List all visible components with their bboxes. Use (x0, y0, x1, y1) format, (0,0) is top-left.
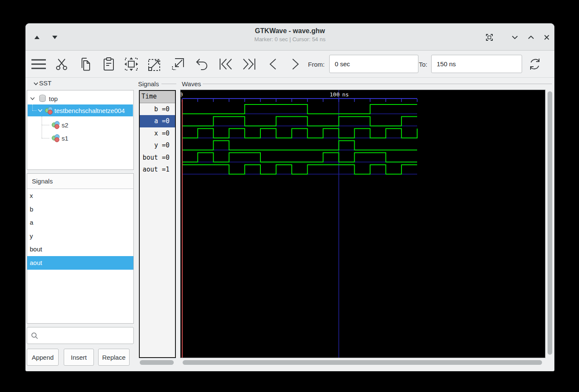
frame-line (161, 84, 176, 84)
chevron-right-icon (291, 58, 301, 71)
shift-right-button[interactable] (291, 58, 301, 71)
tree-item-label: testbenchschaltnetze004 (54, 107, 125, 114)
chevron-up-icon (528, 35, 534, 39)
waves-frame-label: Waves (182, 80, 201, 87)
scrollbar-thumb[interactable] (183, 360, 542, 365)
list-item[interactable]: bout (27, 243, 133, 256)
signal-search-box[interactable] (27, 327, 134, 344)
reload-button[interactable] (528, 57, 542, 71)
clipboard-icon (103, 57, 114, 71)
waves-canvas[interactable]: 0100ns (180, 90, 545, 358)
signal-row[interactable]: bout =0 (140, 152, 175, 164)
list-item[interactable]: x (27, 189, 133, 203)
waves-vscrollbar[interactable] (547, 90, 553, 358)
insert-button[interactable]: Insert (64, 349, 94, 366)
sst-item-s2[interactable]: s2 (28, 119, 133, 131)
sst-item-s1[interactable]: s1 (28, 132, 133, 144)
sst-collapse-chevron-icon[interactable] (34, 79, 38, 87)
close-icon (544, 34, 550, 40)
titlebar[interactable]: GTKWave - wave.ghw Marker: 0 sec | Curso… (25, 23, 554, 51)
time-header[interactable]: Time (140, 91, 175, 103)
tree-item-label: s1 (62, 135, 68, 142)
frame-line (203, 84, 552, 84)
module-cylinder-icon (39, 94, 46, 103)
list-item[interactable]: b (27, 203, 133, 216)
tree-connector (42, 138, 49, 138)
zoom-fit-button[interactable] (124, 57, 138, 71)
replace-button[interactable]: Replace (98, 349, 130, 366)
skip-start-icon (219, 58, 233, 71)
paste-button[interactable] (103, 57, 114, 71)
list-item-selected[interactable]: aout (27, 256, 133, 270)
tree-connector (42, 125, 42, 138)
tree-connector (32, 110, 37, 111)
waves-hscrollbar[interactable] (181, 359, 545, 365)
list-item[interactable]: a (27, 216, 133, 229)
copy-icon (79, 57, 91, 71)
toggle-fullscreen-button[interactable] (485, 33, 494, 42)
gtkwave-window: GTKWave - wave.ghw Marker: 0 sec | Curso… (25, 23, 554, 371)
undo-button[interactable] (195, 58, 209, 71)
reload-icon (528, 57, 542, 71)
skip-to-start-button[interactable] (219, 58, 233, 71)
scrollbar-thumb[interactable] (140, 360, 174, 365)
cut-button[interactable] (55, 58, 68, 71)
sst-item-top[interactable]: top (28, 93, 133, 104)
component-spheres-icon (45, 107, 54, 115)
svg-text:0: 0 (181, 91, 183, 98)
tree-item-label: top (49, 95, 58, 102)
chevron-down-icon (511, 35, 518, 39)
signals-frame-label: Signals (138, 80, 159, 87)
to-label: To: (419, 60, 427, 68)
zoom-in-icon (147, 57, 161, 71)
window-title: GTKWave - wave.ghw (25, 27, 554, 35)
scrollbar-thumb[interactable] (548, 91, 552, 355)
signals-column: Time b =0 a =0 x =0 y =0 bout =0 aout =1 (139, 90, 176, 358)
append-button[interactable]: Append (27, 349, 59, 366)
svg-text:100: 100 (330, 91, 339, 98)
signal-row[interactable]: b =0 (140, 103, 175, 115)
signals-hscrollbar[interactable] (137, 359, 178, 365)
chevron-left-icon (268, 58, 278, 71)
signal-row[interactable]: x =0 (140, 127, 175, 139)
zoom-in-button[interactable] (147, 57, 161, 71)
minimize-button[interactable] (510, 33, 520, 42)
skip-to-end-button[interactable] (242, 58, 256, 71)
from-input[interactable] (329, 55, 418, 73)
signal-row-selected[interactable]: a =0 (140, 115, 175, 127)
expander-chevron-icon[interactable] (38, 109, 42, 112)
component-spheres-icon (51, 121, 60, 129)
tree-connector (42, 125, 49, 125)
scissors-icon (55, 58, 68, 71)
expander-chevron-icon[interactable] (30, 97, 35, 100)
signal-browser: Signals x b a y bout aout (27, 173, 134, 324)
shift-left-button[interactable] (268, 58, 278, 71)
zoom-fit-icon (124, 57, 138, 71)
search-input[interactable] (40, 328, 131, 343)
to-input[interactable] (431, 55, 522, 73)
list-item[interactable]: y (27, 229, 133, 243)
hamburger-icon (31, 58, 46, 70)
undo-icon (195, 58, 209, 71)
close-button[interactable] (542, 33, 551, 42)
tree-item-label: s2 (62, 121, 68, 129)
signal-browser-header[interactable]: Signals (27, 174, 133, 189)
sst-frame-label: SST (34, 79, 51, 87)
fullscreen-icon (485, 33, 494, 42)
menu-button[interactable] (31, 58, 46, 70)
copy-button[interactable] (79, 57, 91, 71)
tree-connector (42, 116, 42, 125)
svg-text:ns: ns (342, 91, 349, 98)
signal-row[interactable]: aout =1 (140, 164, 175, 175)
skip-end-icon (242, 58, 256, 71)
component-spheres-icon (51, 134, 60, 142)
from-label: From: (308, 60, 325, 68)
toolbar: From: To: (25, 51, 554, 78)
signal-row[interactable]: y =0 (140, 139, 175, 151)
zoom-out-button[interactable] (171, 57, 185, 71)
sst-item-testbench[interactable]: testbenchschaltnetze004 (28, 104, 133, 116)
screen: GTKWave - wave.ghw Marker: 0 sec | Curso… (0, 0, 579, 392)
sst-tree: top testbenchschaltnetze004 s2 (27, 90, 134, 170)
search-icon (31, 332, 38, 339)
maximize-button[interactable] (526, 33, 536, 42)
